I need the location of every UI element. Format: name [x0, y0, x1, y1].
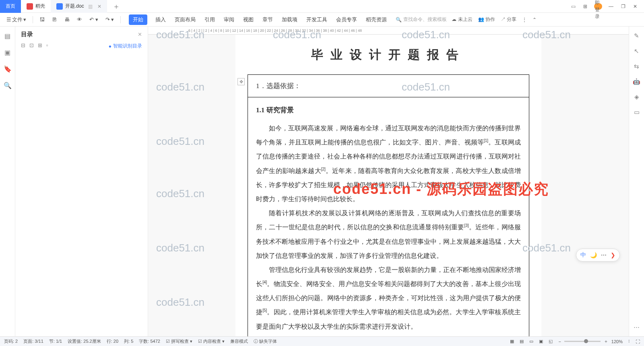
tab-docer[interactable]: 稻壳: [21, 0, 51, 13]
status-content[interactable]: ☑ 内容检查 ▾: [198, 338, 225, 344]
cursor-icon[interactable]: ↖: [634, 47, 639, 55]
fullscreen-icon[interactable]: ⛶: [636, 339, 640, 344]
menu-addins[interactable]: 加载项: [281, 14, 298, 25]
export-icon[interactable]: 🖹: [50, 15, 60, 24]
docer-icon: [27, 3, 33, 10]
robot-icon[interactable]: 🤖: [633, 78, 640, 85]
titlebar: 首页 稻壳 开题.doc▥✕ ＋ ▭ ⊞ 立即登录 — ❐ ✕: [0, 0, 644, 13]
watermark: code51.cn: [156, 135, 204, 148]
search-placeholder: 查找命令、搜索模板: [403, 16, 447, 23]
ime-more-icon[interactable]: ⋯: [601, 252, 607, 258]
tab-close-icon[interactable]: ✕: [97, 4, 101, 9]
zoom-out-icon[interactable]: −: [558, 339, 561, 344]
statusbar: 页码: 2 页面: 3/11 节: 1/1 设置值: 25.2厘米 行: 20 …: [0, 336, 644, 346]
view-mode-5-icon[interactable]: ◱: [549, 339, 553, 344]
share-label: 分享: [507, 16, 516, 22]
zoom-in-icon[interactable]: ＋: [604, 338, 608, 344]
preview-icon[interactable]: 👁: [74, 15, 85, 24]
search-icon[interactable]: 🔍: [4, 82, 12, 89]
status-page[interactable]: 页码: 2: [4, 338, 18, 344]
tab-split-icon[interactable]: ▥: [88, 4, 93, 9]
close-window-icon[interactable]: ✕: [632, 3, 638, 10]
body-text[interactable]: 如今，互联网高速发展，网络遍布全球，通过互联网发布的消息能快而方便的传播到世界每…: [248, 119, 529, 336]
ime-arrow-icon[interactable]: ❯: [611, 252, 615, 258]
menu-member[interactable]: 会员专享: [335, 14, 358, 25]
menu-start[interactable]: 开始: [129, 14, 147, 25]
menu-insert[interactable]: 插入: [155, 14, 167, 25]
redo-icon[interactable]: ↷ ▾: [103, 15, 117, 24]
zoom-value[interactable]: 120%: [611, 339, 623, 344]
status-section[interactable]: 节: 1/1: [49, 338, 62, 344]
view-mode-2-icon[interactable]: ▤: [520, 339, 524, 344]
slide-icon[interactable]: ▣: [4, 49, 10, 56]
diamond-icon[interactable]: ◈: [634, 93, 639, 101]
menu-layout[interactable]: 页面布局: [174, 14, 196, 25]
status-row[interactable]: 行: 20: [107, 338, 118, 344]
layout-icon[interactable]: ▭: [570, 3, 576, 10]
menu-tabs: 开始 插入 页面布局 引用 审阅 视图 章节 加载项 开发工具 会员专享 稻壳资…: [129, 14, 388, 25]
more-icon[interactable]: ⋮: [522, 17, 527, 23]
settings-icon[interactable]: ⇆: [634, 63, 639, 70]
share-button[interactable]: ↗ 分享: [501, 16, 516, 23]
minimize-icon[interactable]: —: [608, 3, 614, 10]
collapse-all-icon[interactable]: ⊡: [29, 42, 34, 48]
collab-button[interactable]: 👥 协作: [478, 16, 495, 23]
menu-review[interactable]: 审阅: [223, 14, 235, 25]
menu-button[interactable]: ☰ 文件 ▾: [4, 14, 29, 25]
view-mode-1-icon[interactable]: ▦: [510, 339, 514, 344]
sup4: [4]: [262, 280, 267, 284]
ime-moon-icon[interactable]: 🌙: [590, 252, 597, 258]
zoom-slider[interactable]: [564, 341, 601, 342]
document-area[interactable]: 6 | 4 | 2 | | 2 | 4 | 6 | 8 | 10 | 12 | …: [148, 27, 629, 336]
save-icon[interactable]: 🖫: [37, 15, 47, 24]
device-icon[interactable]: ▭: [634, 109, 640, 116]
grid-icon[interactable]: ⊞: [582, 3, 588, 10]
window-controls: ▭ ⊞ 立即登录 — ❐ ✕: [564, 3, 644, 10]
status-setval[interactable]: 设置值: 25.2厘米: [68, 338, 101, 344]
bookmark-icon[interactable]: 🔖: [4, 65, 12, 73]
collapse-icon[interactable]: ⌃: [533, 17, 537, 23]
ruler[interactable]: 6 | 4 | 2 | | 2 | 4 | 6 | 8 | 10 | 12 | …: [148, 27, 629, 35]
view-mode-4-icon[interactable]: ▣: [539, 339, 543, 344]
tab-document[interactable]: 开题.doc▥✕: [51, 0, 107, 13]
expand-all-icon[interactable]: ⊟: [21, 42, 25, 48]
status-missing[interactable]: ⓘ 缺失字体: [254, 338, 277, 344]
undo-icon[interactable]: ↶ ▾: [87, 15, 101, 24]
maximize-icon[interactable]: ❐: [620, 3, 626, 10]
status-spell[interactable]: ☑ 拼写检查 ▾: [166, 338, 192, 344]
sup3: [3]: [464, 223, 469, 228]
tab-add[interactable]: ＋: [107, 0, 126, 13]
view-mode-3-icon[interactable]: ▭: [529, 339, 533, 344]
outline-icon[interactable]: ▤: [4, 32, 10, 40]
menu-references[interactable]: 引用: [204, 14, 216, 25]
menu-chapter[interactable]: 章节: [262, 14, 274, 25]
ime-widget[interactable]: 中 🌙 ⋯ ❯: [576, 249, 620, 262]
status-compat[interactable]: 兼容模式: [230, 338, 248, 344]
tab-home[interactable]: 首页: [0, 0, 21, 13]
menu-docer-res[interactable]: 稻壳资源: [365, 14, 388, 25]
status-more-icon[interactable]: ⁝: [628, 339, 630, 344]
tool4-icon[interactable]: ▫: [46, 42, 48, 48]
menu-view[interactable]: 视图: [242, 14, 254, 25]
tab-docer-label: 稻壳: [35, 3, 45, 10]
zoom-control[interactable]: − ＋ 120%: [558, 338, 623, 344]
smart-outline[interactable]: ● 智能识别目录: [109, 43, 142, 49]
menu-dev[interactable]: 开发工具: [305, 14, 328, 25]
close-panel-icon[interactable]: ✕: [138, 31, 142, 37]
status-words[interactable]: 字数: 5472: [139, 338, 160, 344]
subsection-1-1: 1.1 研究背景: [248, 97, 529, 119]
status-col[interactable]: 列: 5: [124, 338, 133, 344]
table-handle-icon[interactable]: ✥: [237, 78, 245, 85]
print-icon[interactable]: 🖶: [62, 15, 72, 24]
cloud-status[interactable]: ☁ 未上云: [452, 16, 472, 23]
watermark: code51.cn: [156, 81, 204, 93]
login-button[interactable]: 立即登录: [594, 3, 602, 10]
more-tools-icon[interactable]: ⋯: [634, 323, 640, 331]
status-pages[interactable]: 页面: 3/11: [23, 338, 43, 344]
page[interactable]: ✥ 毕业设计开题报告 1．选题依据： 1.1 研究背景 如今，互联网高速发展，网…: [235, 35, 541, 336]
tool3-icon[interactable]: ⊞: [38, 42, 42, 48]
pen-icon[interactable]: ✎: [634, 32, 639, 39]
search-command[interactable]: 🔍 查找命令、搜索模板: [396, 16, 447, 23]
ime-cn[interactable]: 中: [580, 251, 586, 259]
collab-label: 协作: [485, 16, 495, 22]
